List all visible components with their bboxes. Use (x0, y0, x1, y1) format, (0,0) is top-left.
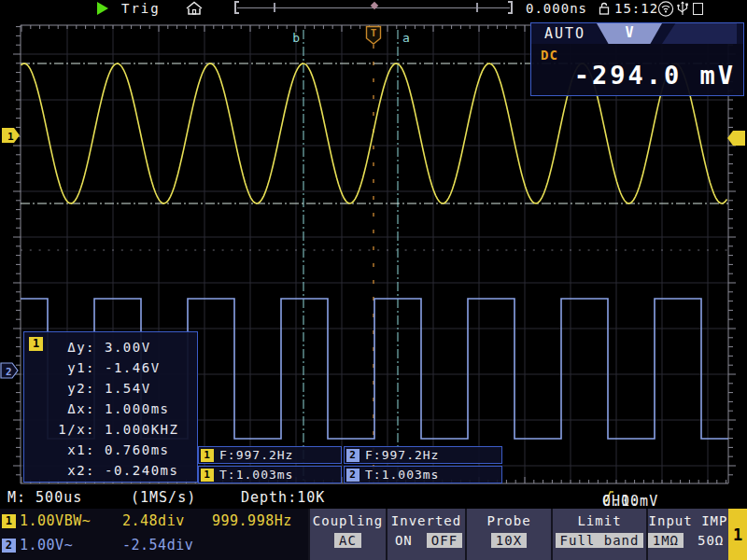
cursor-readout-label: Δx: (24, 401, 95, 416)
channel-1-status[interactable]: 11.00VBW~2.48div999.998Hz (2, 512, 292, 529)
measurement-cell: 1F:997.2Hz (198, 446, 342, 464)
menu-section-title: Input IMP (648, 513, 728, 528)
ch1-position-marker[interactable]: 1 (2, 128, 20, 143)
channel-2-badge: 2 (346, 469, 359, 482)
usb-icon (677, 1, 688, 17)
measurement-value: T:1.003ms (219, 468, 293, 482)
meter-range-mode[interactable]: AUTO (544, 25, 585, 42)
cursor-readout-value: 1.000ms (95, 401, 197, 416)
cursor-readout-row: x1:0.760ms (24, 440, 197, 460)
menu-option[interactable]: ON (390, 533, 417, 548)
cursor-readout-row: y1:-1.46V (24, 357, 197, 378)
memory-depth-readout: Depth:10K (241, 489, 325, 506)
cursor-readout-label: x1: (24, 442, 95, 457)
cursor-readout-value: 3.00V (95, 340, 197, 355)
cursor-readout-label: 1/x: (24, 422, 95, 437)
menu-section-input-imp[interactable]: Input IMP1MΩ50Ω (646, 509, 728, 560)
menu-section-title: Coupling (310, 513, 386, 528)
menu-section-probe[interactable]: Probe10X (465, 509, 551, 560)
channel-1-badge: 1 (201, 469, 214, 482)
cursor-readout-row: Δy:3.00V (24, 337, 197, 357)
trigger-menu-label[interactable]: Trig (121, 1, 161, 16)
channel-2-badge: 2 (2, 539, 16, 553)
svg-text:2: 2 (6, 366, 12, 378)
measurement-value: T:1.003ms (365, 468, 439, 482)
trigger-readout: CH1: 0.00mV (602, 489, 614, 504)
meter-coupling-label: DC (541, 48, 558, 63)
softkey-menu: CouplingACInvertedONOFFProbe10XLimitFull… (308, 509, 728, 560)
cursor-readout-value: 1.000KHZ (95, 422, 197, 437)
cursor-measure-panel: 1 Δy:3.00Vy1:-1.46Vy2:1.54VΔx:1.000ms1/x… (23, 331, 198, 483)
trigger-position-marker[interactable]: T (367, 27, 381, 45)
menu-section-title: Limit (553, 513, 646, 528)
trigger-level-marker[interactable] (727, 131, 745, 146)
auto-measurements: 1F:997.2Hz2F:997.2Hz1T:1.003ms2T:1.003ms (198, 446, 502, 483)
channel-info: 11.00VBW~2.48div999.998Hz21.00V~-2.54div (0, 509, 308, 560)
cursor-readout-row: Δx:1.000ms (24, 399, 197, 419)
multimeter-panel: AUTO V DC -294.0 mV (530, 22, 744, 96)
wifi-icon (657, 1, 674, 17)
menu-section-coupling[interactable]: CouplingAC (308, 509, 386, 560)
cursor-readout-label: Δy: (24, 340, 95, 355)
menu-section-limit[interactable]: LimitFull band (551, 509, 646, 560)
horizontal-offset-value: 0.000ns (526, 1, 587, 16)
record-start-bracket (234, 1, 239, 14)
cursor-readout-value: 0.760ms (95, 442, 197, 457)
window-end-marker[interactable] (476, 3, 478, 12)
measurement-cell: 2F:997.2Hz (344, 446, 502, 464)
sample-rate-readout: (1MS/s) (131, 489, 196, 506)
channel-scale: 1.00V~ (20, 537, 119, 553)
menu-section-title: Inverted (388, 513, 465, 528)
channel-2-badge: 2 (346, 449, 359, 462)
channel-position: 2.48div (122, 512, 208, 529)
channel-frequency: 999.998Hz (212, 512, 292, 529)
cursor-readout-value: 1.54V (95, 381, 197, 396)
cursor-readout-row: y2:1.54V (24, 378, 197, 399)
menu-option[interactable]: Full band (556, 533, 644, 548)
channel-1-badge: 1 (201, 449, 214, 462)
menu-option[interactable]: 50Ω (693, 533, 728, 548)
run-state-icon[interactable] (97, 2, 108, 15)
measurement-value: F:997.2Hz (365, 448, 439, 462)
menu-option[interactable]: AC (334, 533, 361, 548)
window-start-marker[interactable] (274, 3, 275, 12)
ch2-position-marker[interactable]: 2 (1, 363, 18, 378)
cursor-readout-row: x2:-0.240ms (24, 460, 197, 481)
menu-option[interactable]: 1MΩ (648, 533, 684, 548)
cursor-readouts: Δy:3.00Vy1:-1.46Vy2:1.54VΔx:1.000ms1/x:1… (24, 332, 197, 481)
record-end-bracket (508, 1, 513, 14)
cursor-readout-label: y2: (24, 381, 95, 396)
battery-icon (693, 3, 703, 15)
status-bar: M: 500us (1MS/s) Depth:10K CH1: 0.00mV (0, 485, 747, 509)
channel-scale: 1.00VBW~ (20, 512, 119, 529)
channel-1-badge: 1 (2, 514, 16, 528)
svg-text:1: 1 (7, 131, 14, 143)
oscilloscope-ui: Trig 0.000ns 15:12 (0, 0, 747, 560)
svg-text:T: T (371, 27, 377, 39)
timebase-readout: M: 500us (7, 489, 82, 506)
home-icon[interactable] (184, 1, 204, 16)
bottom-bar: 11.00VBW~2.48div999.998Hz21.00V~-2.54div… (0, 509, 747, 560)
menu-option[interactable]: 10X (491, 533, 527, 548)
measurement-cell: 1T:1.003ms (198, 466, 342, 483)
menu-option[interactable]: OFF (427, 533, 462, 548)
cursor-readout-value: -1.46V (95, 360, 197, 375)
cursor-b-label: b (292, 31, 300, 45)
measurement-value: F:997.2Hz (219, 448, 293, 462)
clock: 15:12 (614, 1, 658, 16)
cursor-readout-value: -0.240ms (95, 463, 197, 478)
meter-reading: -294.0 mV (574, 61, 736, 90)
channel-2-status[interactable]: 21.00V~-2.54div (2, 537, 208, 553)
channel-position: -2.54div (122, 537, 208, 553)
menu-section-title: Probe (467, 513, 551, 528)
cursor-readout-row: 1/x:1.000KHZ (24, 419, 197, 440)
trigger-level-value: 0.00mV (602, 493, 658, 510)
cursor-readout-label: x2: (24, 463, 95, 478)
menu-section-inverted[interactable]: InvertedONOFF (386, 509, 465, 560)
top-bar: Trig 0.000ns 15:12 (0, 0, 747, 17)
cursor-a-label: a (402, 31, 410, 45)
active-channel-tab[interactable]: 1 (728, 509, 747, 560)
measurement-cell: 2T:1.003ms (344, 466, 502, 483)
lock-icon (598, 1, 611, 16)
cursor-readout-label: y1: (24, 360, 95, 375)
